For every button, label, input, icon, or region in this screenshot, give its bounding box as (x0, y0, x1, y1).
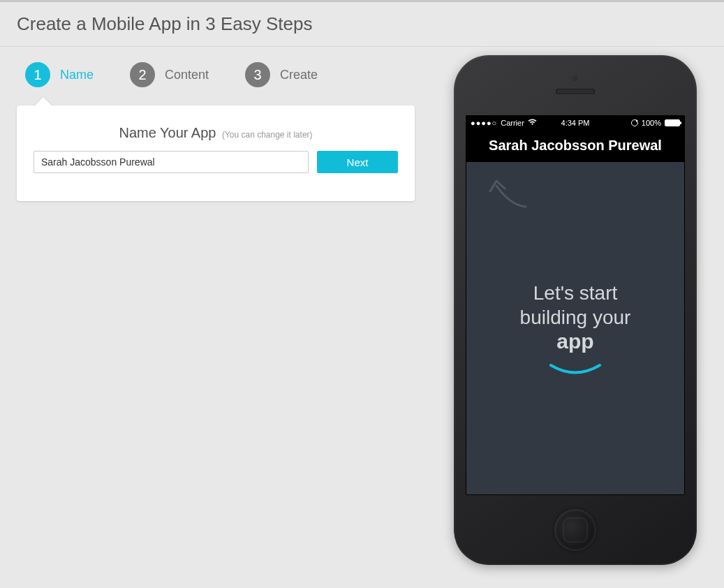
page-title: Create a Mobile App in 3 Easy Steps (17, 13, 707, 35)
page-header: Create a Mobile App in 3 Easy Steps (0, 2, 724, 47)
step-create-label: Create (280, 68, 318, 82)
step-create-number: 3 (245, 62, 270, 87)
signal-dots-icon: ●●●●○ (471, 119, 497, 127)
phone-screen: ●●●●○ Carrier 4:34 PM 100% Sarah Jacobss… (466, 115, 685, 495)
step-content-number: 2 (130, 62, 155, 87)
phone-camera (572, 75, 578, 81)
panel-subheading: (You can change it later) (222, 130, 313, 140)
wifi-icon (528, 119, 537, 127)
battery-icon (665, 119, 680, 126)
battery-pct: 100% (642, 119, 661, 127)
carrier-label: Carrier (501, 119, 524, 127)
phone-mockup: ●●●●○ Carrier 4:34 PM 100% Sarah Jacobss… (454, 55, 697, 565)
panel-heading: Name Your App (119, 125, 216, 140)
status-time: 4:34 PM (561, 119, 590, 127)
prompt-line1: Let's start (520, 281, 631, 305)
step-content[interactable]: 2 Content (130, 62, 209, 87)
name-panel: Name Your App (You can change it later) … (17, 105, 415, 201)
arrow-icon (484, 172, 533, 216)
step-name[interactable]: 1 Name (25, 62, 94, 87)
step-content-label: Content (165, 68, 209, 82)
swoosh-icon (547, 363, 603, 377)
phone-home-button (554, 509, 596, 551)
next-button[interactable]: Next (317, 151, 398, 173)
step-name-label: Name (60, 68, 94, 82)
form-row: Next (34, 151, 398, 173)
refresh-icon (631, 119, 638, 126)
phone-speaker (556, 89, 595, 94)
app-name-input[interactable] (34, 151, 309, 173)
step-create[interactable]: 3 Create (245, 62, 318, 87)
step-name-number: 1 (25, 62, 50, 87)
prompt-bold: app (520, 330, 631, 353)
prompt-text: Let's start building your app (520, 281, 631, 377)
status-bar: ●●●●○ Carrier 4:34 PM 100% (466, 115, 685, 131)
prompt-line2: building your (520, 305, 631, 330)
screen-body: Let's start building your app (466, 162, 685, 495)
app-title-bar: Sarah Jacobsson Purewal (466, 131, 685, 162)
content-area: 1 Name 2 Content 3 Create Name Your App … (0, 47, 724, 201)
panel-title: Name Your App (You can change it later) (34, 125, 398, 141)
